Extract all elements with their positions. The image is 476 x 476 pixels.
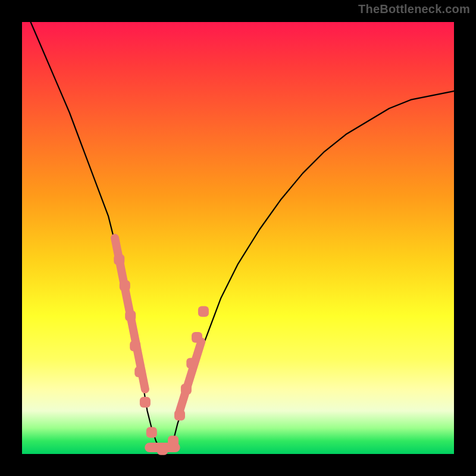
- marker-8: [168, 436, 178, 446]
- curve-path: [31, 22, 455, 454]
- marker-5: [140, 397, 151, 408]
- marker-9: [174, 410, 185, 421]
- watermark-text: TheBottleneck.com: [358, 2, 470, 16]
- marker-10: [181, 384, 192, 394]
- chart-frame: TheBottleneck.com: [0, 0, 476, 476]
- marker-0: [114, 254, 124, 265]
- highlight-right: [180, 342, 201, 411]
- marker-4: [134, 367, 145, 377]
- marker-6: [146, 427, 157, 438]
- marker-11: [186, 358, 197, 369]
- marker-12: [192, 332, 202, 343]
- marker-1: [120, 280, 130, 291]
- marker-3: [130, 341, 140, 352]
- chart-overlay: [22, 22, 454, 454]
- marker-2: [125, 311, 136, 321]
- marker-13: [198, 306, 209, 317]
- marker-7: [157, 444, 168, 455]
- bottleneck-curve: [31, 22, 455, 454]
